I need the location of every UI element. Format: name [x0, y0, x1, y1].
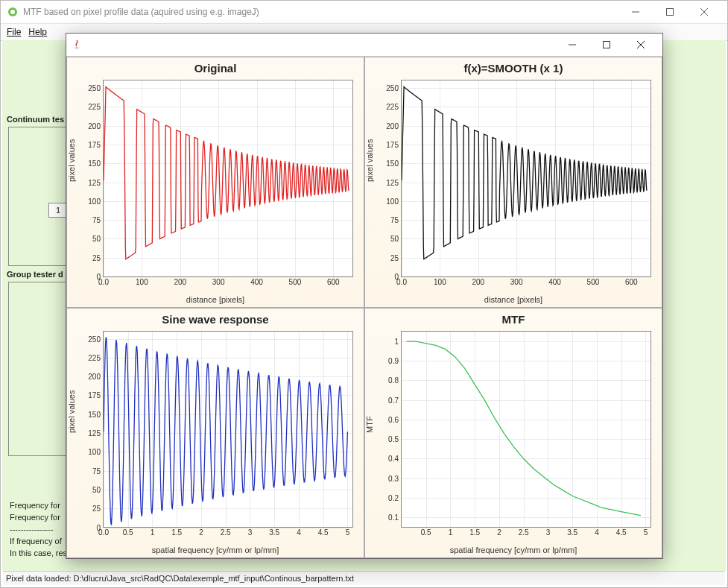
window-controls [618, 1, 721, 23]
chart-title: f(x)=SMOOTH (x 1) [365, 62, 662, 75]
menu-help[interactable]: Help [28, 27, 47, 37]
y-tick: 0.7 [388, 396, 399, 404]
info-line-1: Frequency for [10, 501, 60, 510]
chart-titlebar [66, 34, 662, 57]
x-tick: 100 [136, 278, 148, 286]
x-axis-label: spatial frequency [cy/mm or lp/mm] [152, 546, 279, 554]
x-tick: 5 [644, 528, 648, 537]
y-tick: 100 [88, 197, 101, 205]
app-icon [7, 6, 19, 18]
continuum-panel [8, 127, 68, 266]
y-tick: 75 [390, 216, 399, 224]
y-tick: 0.6 [388, 415, 399, 423]
x-tick: 200 [472, 278, 484, 286]
minimize-button[interactable] [618, 1, 653, 23]
y-tick: 250 [88, 84, 101, 92]
svg-rect-7 [604, 42, 610, 48]
plot-area[interactable]: 0.01002003004005006000255075100125150175… [401, 80, 651, 277]
y-tick: 0 [96, 273, 101, 281]
chart-close-button[interactable] [624, 34, 658, 56]
y-tick: 225 [386, 103, 399, 111]
y-tick: 1 [394, 337, 399, 345]
y-tick: 200 [386, 121, 399, 130]
chart-sine-response: Sine wave response 0.00.511.522.533.544.… [66, 308, 364, 559]
y-tick: 175 [88, 391, 101, 399]
y-axis-label: pixel values [67, 390, 76, 432]
x-tick: 2 [199, 528, 203, 537]
chart-smooth: f(x)=SMOOTH (x 1) 0.01002003004005006000… [364, 57, 662, 308]
menu-file[interactable]: File [7, 27, 21, 37]
x-tick: 4 [595, 528, 599, 537]
x-tick: 300 [510, 278, 523, 286]
y-tick: 150 [88, 410, 101, 418]
y-tick: 125 [386, 178, 399, 186]
y-tick: 100 [88, 448, 101, 456]
x-tick: 3 [546, 528, 551, 537]
x-axis-label: distance [pixels] [484, 295, 542, 304]
x-tick: 1 [449, 528, 453, 537]
y-tick: 200 [88, 373, 101, 381]
x-tick: 400 [250, 278, 263, 286]
x-tick: 1 [151, 528, 155, 537]
data-line [402, 80, 651, 276]
y-tick: 150 [88, 159, 101, 168]
chart-title: MTF [365, 313, 662, 326]
x-tick: 2.5 [519, 528, 529, 537]
y-tick: 0 [96, 523, 101, 531]
chart-title: Original [67, 62, 364, 75]
y-tick: 75 [92, 216, 101, 224]
x-axis-label: spatial frequency [cy/mm or lp/mm] [450, 546, 577, 554]
x-tick: 600 [625, 278, 638, 286]
x-tick: 4 [297, 528, 301, 537]
chart-maximize-button[interactable] [589, 34, 624, 56]
y-tick: 225 [88, 353, 101, 361]
y-tick: 0.3 [388, 474, 399, 482]
y-tick: 50 [92, 485, 101, 493]
y-axis-label: pixel values [365, 139, 374, 182]
x-tick: 200 [174, 278, 186, 286]
close-button[interactable] [687, 1, 721, 23]
y-tick: 100 [386, 197, 399, 205]
x-tick: 5 [346, 528, 350, 537]
y-tick: 0.4 [388, 455, 399, 463]
chart-window: Original 0.01002003004005006000255075100… [66, 33, 663, 559]
y-tick: 50 [390, 235, 399, 243]
continuum-label: Continuum tes [7, 115, 64, 124]
plot-area[interactable]: 0.01002003004005006000255075100125150175… [103, 80, 353, 277]
group-label: Group tester d [7, 270, 63, 279]
plot-area[interactable]: 0.511.522.533.544.550.10.20.30.40.50.60.… [401, 331, 651, 528]
chart-panel-grid: Original 0.01002003004005006000255075100… [66, 57, 662, 558]
y-tick: 250 [88, 335, 101, 343]
status-text: Pixel data loaded: D:\dlucru\Java_src\Ra… [6, 574, 354, 583]
statusbar: Pixel data loaded: D:\dlucru\Java_src\Ra… [3, 571, 725, 585]
x-tick: 3.5 [567, 528, 577, 537]
x-axis-label: distance [pixels] [186, 295, 244, 304]
y-tick: 25 [92, 253, 101, 262]
y-tick: 0.5 [388, 435, 399, 443]
data-line [104, 332, 352, 528]
x-tick: 1.5 [469, 528, 480, 537]
x-tick: 0.5 [123, 528, 133, 537]
x-tick: 600 [327, 278, 340, 286]
plot-area[interactable]: 0.00.511.522.533.544.5502550751001251501… [103, 331, 353, 528]
info-separator: ---------------- [10, 525, 54, 534]
y-tick: 0.1 [388, 513, 399, 522]
chart-original: Original 0.01002003004005006000255075100… [66, 57, 364, 308]
x-tick: 400 [548, 278, 561, 286]
y-tick: 25 [92, 505, 101, 513]
y-tick: 0.2 [388, 494, 399, 502]
svg-rect-3 [667, 9, 674, 16]
x-tick: 4.5 [616, 528, 627, 537]
x-tick: 100 [434, 278, 446, 286]
svg-point-1 [10, 10, 15, 14]
y-tick: 25 [390, 253, 399, 262]
maximize-button[interactable] [653, 1, 687, 23]
data-line [104, 80, 352, 276]
y-tick: 50 [92, 235, 101, 243]
info-line-3: If frequency of [10, 537, 62, 546]
main-titlebar: MTF based on pixel profile data (aquired… [1, 1, 727, 24]
chart-minimize-button[interactable] [555, 34, 589, 56]
y-tick: 125 [88, 429, 101, 437]
x-tick: 4.5 [318, 528, 329, 537]
y-tick: 150 [386, 159, 399, 168]
